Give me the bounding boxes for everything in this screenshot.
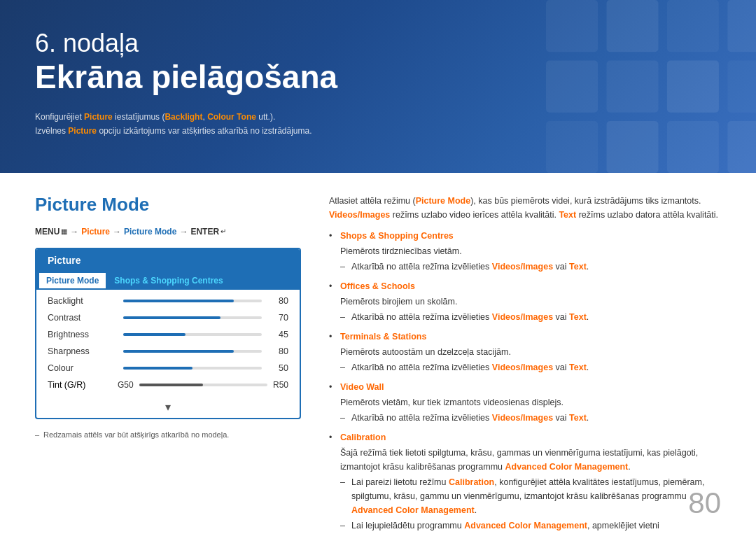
bullet-list: Shops & Shopping CentresPiemērots tirdzn…: [329, 229, 721, 534]
section-title: Picture Mode: [35, 194, 301, 216]
intro-line2: Videos/Images režīms uzlabo video ierīce…: [329, 208, 721, 222]
page-number: 80: [688, 486, 721, 520]
widget-title-bar: Picture: [36, 249, 300, 272]
header-section: 6. nodaļa Ekrāna pielāgošana Konfigurēji…: [0, 0, 756, 173]
widget-header-row: Picture Mode Shops & Shopping Centres: [36, 272, 300, 290]
list-item: Terminals & StationsPiemērots autoostām …: [329, 330, 721, 374]
widget-row: Contrast 70: [36, 309, 300, 326]
tint-r-value: R50: [273, 380, 288, 390]
item-title: Video Wall: [340, 382, 384, 392]
list-item: Shops & Shopping CentresPiemērots tirdzn…: [329, 229, 721, 274]
slider-track: [123, 350, 262, 353]
intro-line1: Atlasiet attēla režimu (Picture Mode), k…: [329, 194, 721, 208]
item-desc: Piemērots birojiem un skolām.: [340, 295, 721, 309]
widget-tint-row: Tint (G/R) G50 R50: [36, 377, 300, 393]
chapter-title: Ekrāna pielāgošana: [35, 58, 721, 97]
header-desc-line2: Izvēlnes Picture opciju izkārtojums var …: [35, 125, 721, 138]
menu-picture: Picture: [81, 227, 110, 237]
menu-picture-mode: Picture Mode: [124, 227, 176, 237]
slider-track: [123, 367, 262, 370]
content-area: Picture Mode MENU ▦ → Picture → Picture …: [0, 173, 756, 534]
row-value: 45: [267, 330, 288, 339]
header-description: Konfigurējiet Picture iestatījumus (Back…: [35, 111, 721, 137]
list-item: CalibrationŠajā režīmā tiek lietoti spil…: [329, 430, 721, 534]
tint-slider: [139, 384, 267, 386]
row-label: Sharpness: [48, 346, 118, 356]
row-value: 50: [267, 363, 288, 373]
highlight-picture: Picture: [84, 112, 113, 122]
widget-row: Backlight 80: [36, 293, 300, 309]
menu-enter: ENTER: [190, 227, 219, 237]
list-item: Video WallPiemērots vietām, kur tiek izm…: [329, 380, 721, 425]
row-value: 70: [267, 313, 288, 323]
menu-path: MENU ▦ → Picture → Picture Mode → ENTER …: [35, 227, 301, 237]
slider-track: [123, 333, 262, 336]
widget-row: Colour 50: [36, 360, 300, 377]
slider-track: [123, 316, 262, 319]
item-title: Offices & Schools: [340, 281, 415, 291]
widget-row: Sharpness 80: [36, 343, 300, 360]
selected-mode-value: Shops & Shopping Centres: [108, 273, 228, 288]
item-desc: Šajā režīmā tiek lietoti spilgtuma, krās…: [340, 446, 721, 474]
row-label: Brightness: [48, 330, 118, 339]
sub-list-item: Lai lejupielādētu programmu Advanced Col…: [340, 519, 721, 534]
enter-icon: ↵: [220, 227, 226, 235]
highlight-backlight: Backlight: [164, 112, 202, 122]
footnote: Redzamais attēls var būt atšķirīgs atkar…: [35, 430, 301, 439]
chevron-down: ▾: [36, 396, 300, 418]
chapter-number: 6. nodaļa: [35, 28, 721, 58]
tint-g-value: G50: [118, 380, 134, 390]
sub-list-item: Atkarībā no attēla režīma izvēlieties Vi…: [340, 411, 721, 425]
widget-rows: Backlight 80 Contrast 70 Brightness 45 S…: [36, 290, 300, 396]
sub-list: Lai pareizi lietotu režīmu Calibration, …: [340, 475, 721, 534]
sub-list: Atkarībā no attēla režīma izvēlieties Vi…: [340, 260, 721, 274]
right-panel: Atlasiet attēla režimu (Picture Mode), k…: [329, 194, 721, 534]
highlight-picture2: Picture: [68, 126, 97, 136]
sub-list-item: Atkarībā no attēla režīma izvēlieties Vi…: [340, 310, 721, 324]
slider-track: [123, 300, 262, 302]
list-item: Offices & SchoolsPiemērots birojiem un s…: [329, 279, 721, 324]
header-desc-line1: Konfigurējiet Picture iestatījumus (Back…: [35, 111, 721, 124]
sub-list: Atkarībā no attēla režīma izvēlieties Vi…: [340, 411, 721, 425]
highlight-colour-tone: Colour Tone: [207, 112, 256, 122]
item-desc: Piemērots autoostām un dzelzceļa stacijā…: [340, 345, 721, 359]
tint-label: Tint (G/R): [48, 380, 118, 390]
item-title: Terminals & Stations: [340, 332, 426, 342]
row-label: Backlight: [48, 296, 118, 306]
widget-row: Brightness 45: [36, 326, 300, 343]
sub-list-item: Lai pareizi lietotu režīmu Calibration, …: [340, 475, 721, 517]
row-label: Contrast: [48, 313, 118, 323]
row-value: 80: [267, 296, 288, 306]
sub-list: Atkarībā no attēla režīma izvēlieties Vi…: [340, 310, 721, 324]
row-value: 80: [267, 346, 288, 356]
sub-list-item: Atkarībā no attēla režīma izvēlieties Vi…: [340, 260, 721, 274]
item-title: Shops & Shopping Centres: [340, 231, 454, 241]
menu-icon: ▦: [61, 227, 67, 235]
selected-mode-label: Picture Mode: [39, 273, 106, 288]
sub-list-item: Atkarībā no attēla režīma izvēlieties Vi…: [340, 360, 721, 374]
left-panel: Picture Mode MENU ▦ → Picture → Picture …: [35, 194, 301, 534]
menu-label: MENU: [35, 227, 59, 237]
item-title: Calibration: [340, 433, 386, 442]
sub-list: Atkarībā no attēla režīma izvēlieties Vi…: [340, 360, 721, 374]
row-label: Colour: [48, 363, 118, 373]
item-desc: Piemērots vietām, kur tiek izmantots vid…: [340, 395, 721, 409]
item-desc: Piemērots tirdzniecības vietām.: [340, 244, 721, 258]
right-intro: Atlasiet attēla režimu (Picture Mode), k…: [329, 194, 721, 222]
picture-widget: Picture Picture Mode Shops & Shopping Ce…: [35, 248, 301, 419]
